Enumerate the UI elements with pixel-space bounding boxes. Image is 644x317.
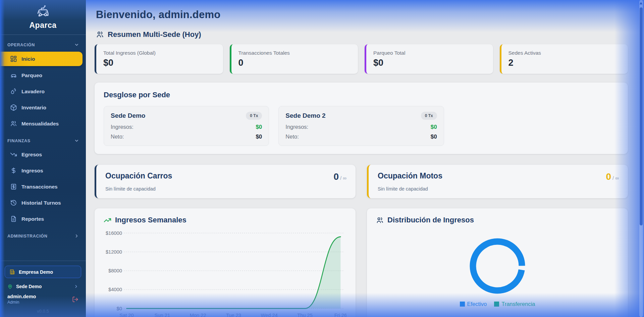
layout-grid-icon [10,55,17,62]
page-title: Bienvenido, admin.demo [96,9,628,21]
user-role: Admin [7,300,36,305]
logo: Aparca [0,0,86,35]
chevron-down-icon [74,138,79,143]
username: admin.demo [7,294,36,299]
main-content: Bienvenido, admin.demo Resumen Multi-Sed… [86,0,644,317]
stat-card-parqueo-total: Parqueo Total $0 [365,44,493,74]
donut-chart-title: Distribución de Ingresos [387,216,474,224]
svg-text:$16000: $16000 [106,230,122,236]
line-chart-title: Ingresos Semanales [115,216,186,224]
sedes-grid: Sede Demo 0 Tx Ingresos:$0 Neto:$0 Sede … [104,106,619,146]
logout-icon [72,296,78,303]
stat-card-transacciones: Transacciones Totales 0 [230,44,358,74]
stats-row: Total Ingresos (Global) $0 Transacciones… [95,44,628,74]
svg-text:Mon 22: Mon 22 [190,313,206,317]
ingresos-semanales-card: Ingresos Semanales $0$4000$8000$12000$16… [95,208,356,317]
sidebar-item-inventario[interactable]: Inventario [0,101,86,114]
carros-count: 0 [333,171,339,182]
scrollbar-thumb[interactable] [640,7,643,225]
sede-card: Sede Demo 0 Tx Ingresos:$0 Neto:$0 [104,106,269,146]
chevron-down-icon [74,42,79,47]
sidebar-item-mensualidades[interactable]: Mensualidades [0,117,86,130]
tx-badge: 0 Tx [246,112,262,120]
users-icon [96,31,104,39]
tx-badge: 0 Tx [421,112,437,120]
legend-swatch [460,302,465,307]
car-icon [10,72,17,79]
sidebar-footer: Empresa Demo Sede Demo admin.demo Admin … [0,261,86,317]
company-button[interactable]: Empresa Demo [5,266,81,278]
history-icon [10,199,17,206]
chevron-right-icon [74,284,78,289]
package-icon [10,104,17,111]
trending-down-icon [10,151,17,158]
weekly-income-line-chart: $0$4000$8000$12000$16000Sat 20Sun 21Mon … [104,227,346,317]
motos-limit: / ∞ [612,175,619,181]
svg-text:Sun 21: Sun 21 [155,313,170,317]
scrollbar[interactable] [639,0,643,317]
sidebar-item-egresos[interactable]: Egresos [0,148,86,161]
section-finanzas[interactable]: FINANZAS [0,133,86,145]
svg-text:Tue 23: Tue 23 [226,313,241,317]
legend-item[interactable]: Efectivo [460,301,487,307]
section-administracion[interactable]: ADMINISTRACIÓN [0,228,86,241]
income-distribution-donut-chart [469,237,526,295]
user-info: admin.demo Admin [7,294,78,305]
carros-limit: / ∞ [340,175,346,181]
ocupacion-motos-card: Ocupación Motos 0/ ∞ Sin límite de capac… [367,165,628,198]
sidebar-item-lavadero[interactable]: Lavadero [0,85,86,98]
desglose-panel: Desglose por Sede Sede Demo 0 Tx Ingreso… [95,83,628,154]
ocupacion-row: Ocupación Carros 0/ ∞ Sin límite de capa… [95,165,628,198]
svg-text:Fri 26: Fri 26 [334,313,346,317]
desglose-title: Desglose por Sede [104,91,619,99]
app-version: v0.0.5 [5,309,81,314]
motos-count: 0 [606,171,611,182]
sidebar: Aparca OPERACIÓN Inicio Parque [0,0,86,317]
sidebar-item-parqueo[interactable]: Parqueo [0,68,86,82]
svg-text:Thu 25: Thu 25 [297,313,313,317]
sidebar-item-ingresos[interactable]: Ingresos [0,164,86,177]
logout-button[interactable] [72,296,78,303]
sede-name: Sede Demo 2 [285,112,325,119]
charts-row: Ingresos Semanales $0$4000$8000$12000$16… [95,208,628,317]
chevron-right-icon [74,233,79,239]
scrollbar-up-arrow[interactable] [640,2,642,4]
app-name: Aparca [0,21,86,30]
users-icon [376,216,384,224]
section-operacion[interactable]: OPERACIÓN [0,37,86,49]
svg-text:$4000: $4000 [108,287,122,292]
sidebar-item-inicio[interactable]: Inicio [0,52,83,66]
receipt-icon [10,183,17,190]
users-icon [10,120,17,127]
stat-card-total-ingresos: Total Ingresos (Global) $0 [95,44,223,74]
sidebar-item-reportes[interactable]: Reportes [0,212,86,226]
file-text-icon [10,215,17,222]
car-logo-icon [31,14,55,20]
sede-name: Sede Demo [111,112,145,119]
sidebar-item-transacciones[interactable]: Transacciones [0,180,86,194]
stat-card-sedes-activas: Sedes Activas 2 [500,44,628,74]
sede-selector[interactable]: Sede Demo [7,284,78,289]
droplets-icon [10,88,17,95]
section-title: Resumen Multi-Sede (Hoy) [108,30,201,39]
section-header: Resumen Multi-Sede (Hoy) [96,30,628,39]
ocupacion-carros-card: Ocupación Carros 0/ ∞ Sin límite de capa… [95,165,356,198]
svg-text:$0: $0 [116,306,122,311]
svg-text:Sat 20: Sat 20 [119,313,133,317]
legend-swatch [494,302,499,307]
map-pin-icon [7,284,13,289]
building-icon [9,269,15,275]
sidebar-item-historial-turnos[interactable]: Historial Turnos [0,196,86,210]
sidebar-nav: OPERACIÓN Inicio Parqueo [0,35,86,241]
distribucion-ingresos-card: Distribución de Ingresos EfectivoTransfe… [367,208,628,317]
svg-text:$12000: $12000 [106,249,122,255]
donut-legend: EfectivoTransferencia [376,301,619,307]
legend-item[interactable]: Transferencia [494,301,535,307]
trending-up-icon [104,216,111,224]
svg-text:$8000: $8000 [108,268,122,273]
dollar-sign-icon [10,167,17,174]
svg-text:Wed 24: Wed 24 [261,313,278,317]
sede-card: Sede Demo 2 0 Tx Ingresos:$0 Neto:$0 [278,106,444,146]
